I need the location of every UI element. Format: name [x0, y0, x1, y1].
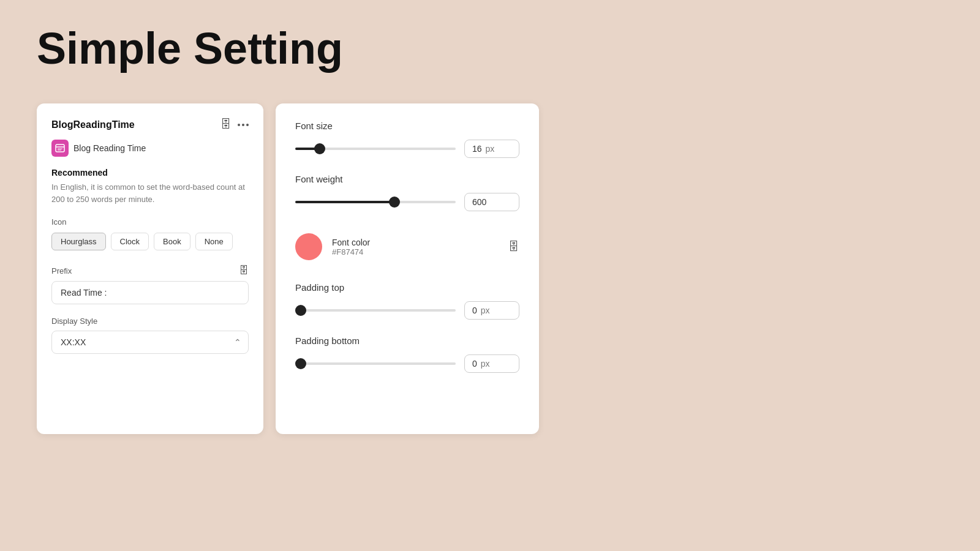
- font-size-label: Font size: [295, 121, 519, 131]
- display-style-wrapper: XX:XX X min X minutes ⌃: [51, 331, 249, 354]
- plugin-icon: [51, 140, 69, 157]
- padding-bottom-slider[interactable]: [295, 362, 456, 365]
- font-weight-group: Font weight 600: [295, 174, 519, 211]
- font-weight-value: 600: [472, 197, 486, 207]
- font-color-group: Font color #F87474 🗄: [295, 227, 519, 266]
- three-dots-icon[interactable]: [238, 124, 249, 126]
- padding-bottom-unit: px: [481, 359, 490, 369]
- icon-btn-hourglass[interactable]: Hourglass: [51, 233, 106, 250]
- color-database-icon[interactable]: 🗄: [508, 241, 519, 253]
- plugin-subtitle-row: Blog Reading Time: [51, 140, 249, 157]
- font-color-hex: #F87474: [332, 247, 499, 257]
- padding-bottom-label: Padding bottom: [295, 335, 519, 346]
- page-title: Simple Setting: [37, 24, 943, 73]
- padding-bottom-value: 0: [472, 359, 477, 369]
- padding-top-slider-row: 0 px: [295, 301, 519, 320]
- icon-btn-clock[interactable]: Clock: [111, 233, 149, 250]
- font-size-unit: px: [486, 144, 495, 154]
- padding-top-value-box: 0 px: [464, 301, 519, 320]
- padding-bottom-slider-row: 0 px: [295, 354, 519, 373]
- font-size-value: 16: [472, 144, 482, 154]
- svg-rect-0: [56, 144, 64, 152]
- font-color-label: Font color: [332, 238, 499, 247]
- display-style-select[interactable]: XX:XX X min X minutes: [51, 331, 249, 354]
- icon-btn-book[interactable]: Book: [154, 233, 190, 250]
- prefix-row: Prefix 🗄: [51, 265, 249, 276]
- padding-top-value: 0: [472, 305, 477, 315]
- plugin-subtitle-text: Blog Reading Time: [74, 143, 146, 153]
- font-size-group: Font size 16 px: [295, 121, 519, 158]
- padding-bottom-value-box: 0 px: [464, 354, 519, 373]
- panel-header: BlogReadingTime 🗄: [51, 118, 249, 131]
- font-size-slider-row: 16 px: [295, 140, 519, 158]
- font-weight-value-box: 600: [464, 193, 519, 211]
- font-weight-slider[interactable]: [295, 201, 456, 203]
- padding-bottom-group: Padding bottom 0 px: [295, 335, 519, 373]
- right-panel: Font size 16 px Font weight 600: [276, 103, 539, 434]
- icon-btn-none[interactable]: None: [195, 233, 233, 250]
- recommended-heading: Recommened: [51, 168, 249, 178]
- padding-top-label: Padding top: [295, 282, 519, 293]
- color-swatch[interactable]: [295, 233, 322, 260]
- font-size-value-box: 16 px: [464, 140, 519, 158]
- left-panel: BlogReadingTime 🗄 Blog Reading Time Reco…: [37, 103, 263, 434]
- panels-container: BlogReadingTime 🗄 Blog Reading Time Reco…: [37, 103, 943, 434]
- database-icon[interactable]: 🗄: [221, 118, 232, 131]
- padding-top-slider[interactable]: [295, 309, 456, 312]
- prefix-database-icon[interactable]: 🗄: [239, 265, 249, 276]
- recommended-text: In English, it is common to set the word…: [51, 181, 249, 205]
- font-weight-label: Font weight: [295, 174, 519, 184]
- padding-top-group: Padding top 0 px: [295, 282, 519, 320]
- header-icons: 🗄: [221, 118, 249, 131]
- color-info: Font color #F87474: [332, 238, 499, 257]
- prefix-input[interactable]: [51, 281, 249, 304]
- font-size-slider[interactable]: [295, 148, 456, 150]
- padding-top-unit: px: [481, 305, 490, 315]
- font-weight-slider-row: 600: [295, 193, 519, 211]
- display-style-label: Display Style: [51, 317, 249, 326]
- prefix-label: Prefix: [51, 266, 72, 276]
- icon-label: Icon: [51, 217, 249, 227]
- icon-buttons: Hourglass Clock Book None: [51, 233, 249, 250]
- color-row: Font color #F87474 🗄: [295, 227, 519, 266]
- plugin-name: BlogReadingTime: [51, 119, 135, 130]
